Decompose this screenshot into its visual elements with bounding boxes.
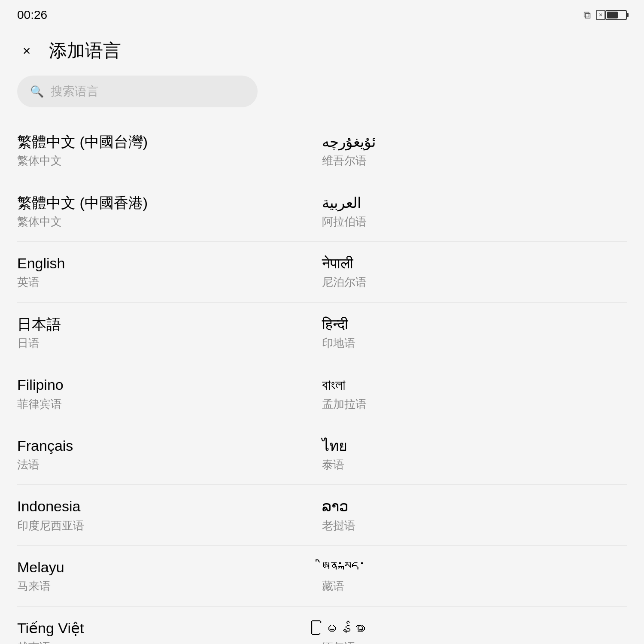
close-icon: × bbox=[23, 44, 31, 58]
language-chinese: 法语 bbox=[17, 457, 313, 472]
copy-icon: ⧉ bbox=[583, 9, 591, 21]
language-native: 繁體中文 (中國台灣) bbox=[17, 132, 313, 151]
language-item[interactable]: বাংলা 孟加拉语 bbox=[322, 363, 627, 424]
battery-fill bbox=[607, 12, 618, 18]
language-chinese: 缅甸语 bbox=[322, 639, 618, 644]
search-icon: 🔍 bbox=[30, 85, 44, 98]
language-item[interactable]: မြန်မာ 缅甸语 bbox=[322, 607, 627, 644]
language-chinese: 泰语 bbox=[322, 457, 618, 472]
language-native: Indonesia bbox=[17, 497, 313, 516]
language-native: नेपाली bbox=[322, 254, 618, 273]
language-chinese: 日语 bbox=[17, 335, 313, 351]
language-grid: 繁體中文 (中國台灣) 繁体中文 ئۇيغۇرچە 维吾尔语 繁體中文 (中國香… bbox=[0, 120, 644, 644]
language-native: ཨིན་སྐད་ bbox=[322, 558, 618, 577]
battery-outline bbox=[605, 10, 627, 20]
language-native: Tiếng Việt bbox=[17, 619, 313, 638]
page-title: 添加语言 bbox=[49, 39, 121, 63]
language-item[interactable]: 日本語 日语 bbox=[17, 303, 322, 364]
search-bar[interactable]: 🔍 搜索语言 bbox=[17, 76, 258, 107]
language-chinese: 孟加拉语 bbox=[322, 396, 618, 412]
language-item[interactable]: ئۇيغۇرچە 维吾尔语 bbox=[322, 120, 627, 181]
language-item[interactable]: Melayu 马来语 bbox=[17, 546, 322, 607]
status-right: ⧉ ✕ bbox=[583, 9, 627, 21]
language-item[interactable]: ཨིན་སྐད་ 藏语 bbox=[322, 546, 627, 607]
header: × 添加语言 bbox=[0, 30, 644, 76]
language-item[interactable]: Indonesia 印度尼西亚语 bbox=[17, 485, 322, 546]
language-chinese: 维吾尔语 bbox=[322, 153, 618, 168]
language-native: Français bbox=[17, 436, 313, 455]
language-item[interactable]: Filipino 菲律宾语 bbox=[17, 363, 322, 424]
language-chinese: 阿拉伯语 bbox=[322, 214, 618, 229]
language-chinese: 印地语 bbox=[322, 335, 618, 351]
language-native: हिन्दी bbox=[322, 315, 618, 334]
language-item[interactable]: العربية 阿拉伯语 bbox=[322, 181, 627, 242]
language-chinese: 菲律宾语 bbox=[17, 396, 313, 412]
language-chinese: 尼泊尔语 bbox=[322, 274, 618, 290]
search-placeholder: 搜索语言 bbox=[51, 83, 99, 100]
battery-x-icon: ✕ bbox=[596, 10, 605, 20]
language-item[interactable]: ລາວ 老挝语 bbox=[322, 485, 627, 546]
language-chinese: 印度尼西亚语 bbox=[17, 518, 313, 533]
language-native: ئۇيغۇرچە bbox=[322, 132, 618, 151]
language-native: Melayu bbox=[17, 558, 313, 577]
language-chinese: 马来语 bbox=[17, 578, 313, 594]
language-native: မြန်မာ bbox=[322, 619, 618, 638]
language-native: العربية bbox=[322, 193, 618, 212]
language-item[interactable]: हिन्दी 印地语 bbox=[322, 303, 627, 364]
language-native: 日本語 bbox=[17, 315, 313, 334]
language-chinese: 英语 bbox=[17, 274, 313, 290]
language-item[interactable]: 繁體中文 (中國香港) 繁体中文 bbox=[17, 181, 322, 242]
battery-indicator: ✕ bbox=[596, 10, 627, 20]
language-native: 繁體中文 (中國香港) bbox=[17, 193, 313, 212]
language-item[interactable]: Tiếng Việt 越南语 bbox=[17, 607, 322, 644]
status-bar: 00:26 ⧉ ✕ bbox=[0, 0, 644, 30]
language-chinese: 繁体中文 bbox=[17, 214, 313, 229]
close-button[interactable]: × bbox=[17, 41, 36, 60]
language-native: English bbox=[17, 254, 313, 273]
language-item[interactable]: ไทย 泰语 bbox=[322, 424, 627, 485]
language-chinese: 藏语 bbox=[322, 578, 618, 594]
language-item[interactable]: English 英语 bbox=[17, 242, 322, 303]
status-time: 00:26 bbox=[17, 8, 47, 22]
language-native: ລາວ bbox=[322, 497, 618, 516]
language-item[interactable]: 繁體中文 (中國台灣) 繁体中文 bbox=[17, 120, 322, 181]
language-item[interactable]: Français 法语 bbox=[17, 424, 322, 485]
language-item[interactable]: नेपाली 尼泊尔语 bbox=[322, 242, 627, 303]
language-chinese: 越南语 bbox=[17, 639, 313, 644]
language-chinese: 繁体中文 bbox=[17, 153, 313, 168]
language-native: বাংলা bbox=[322, 375, 618, 394]
search-container: 🔍 搜索语言 bbox=[0, 76, 644, 120]
language-native: Filipino bbox=[17, 375, 313, 394]
language-chinese: 老挝语 bbox=[322, 518, 618, 533]
language-native: ไทย bbox=[322, 436, 618, 455]
